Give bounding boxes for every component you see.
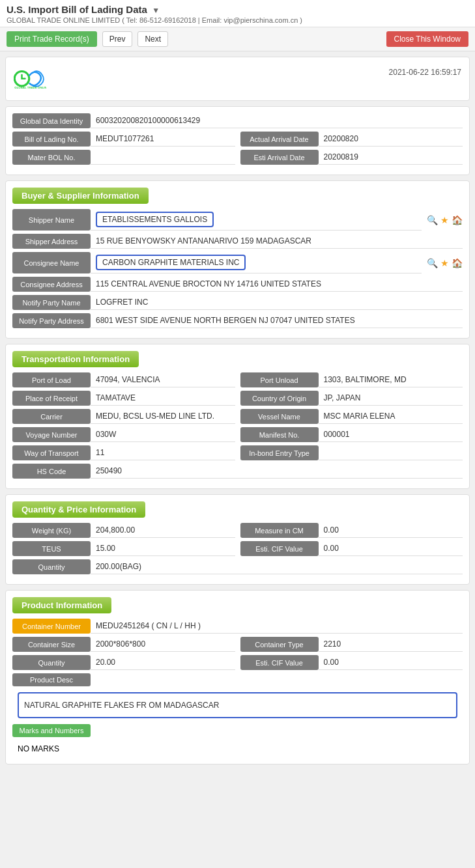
svg-text:GLOBAL TRADE ONLINE LIMITED: GLOBAL TRADE ONLINE LIMITED xyxy=(14,86,46,89)
identity-card: Global Data Identity 6003202008201000006… xyxy=(5,106,470,175)
port-load-row: Port of Load 47094, VALENCIA Port Unload… xyxy=(12,372,463,387)
inbond-half: In-bond Entry Type xyxy=(240,445,463,460)
shipper-name-highlighted: ETABLISSEMENTS GALLOIS xyxy=(96,212,214,227)
cif-value: 0.00 xyxy=(319,541,463,556)
measure-value: 0.00 xyxy=(319,523,463,538)
gto-logo-icon: GLOBAL TRADE ONLINE LIMITED xyxy=(14,63,46,95)
country-origin-value: JP, JAPAN xyxy=(319,391,463,406)
voyage-manifest-row: Voyage Number 030W Manifest No. 000001 xyxy=(12,427,463,442)
consignee-search-icon[interactable]: 🔍 xyxy=(427,258,438,268)
shipper-addr-value: 15 RUE BENYOWSKY ANTANANARIVO 159 MADAGA… xyxy=(91,234,463,249)
way-inbond-row: Way of Transport 11 In-bond Entry Type xyxy=(12,445,463,460)
cif-label: Esti. CIF Value xyxy=(240,541,319,556)
consignee-addr-value: 115 CENTRAL AVENUE BROCTON NY 14716 UNIT… xyxy=(91,277,463,292)
weight-half: Weight (KG) 204,800.00 xyxy=(12,523,235,538)
marks-value: NO MARKS xyxy=(12,740,463,757)
size-type-row: Container Size 2000*806*800 Container Ty… xyxy=(12,637,463,652)
arrival-value: 20200820 xyxy=(319,132,463,147)
shipper-star-icon[interactable]: ★ xyxy=(440,215,449,225)
marks-label: Marks and Numbers xyxy=(12,724,91,737)
master-label: Mater BOL No. xyxy=(12,150,91,165)
global-data-value: 600320200820100000613429 xyxy=(91,113,463,128)
place-receipt-label: Place of Receipt xyxy=(12,391,91,406)
marks-header-row: Marks and Numbers xyxy=(12,724,463,737)
hs-label: HS Code xyxy=(12,464,91,479)
shipper-name-value: ETABLISSEMENTS GALLOIS xyxy=(91,209,422,231)
country-origin-label: Country of Origin xyxy=(240,391,319,406)
bol-row: Bill of Lading No. MEDUT1077261 Actual A… xyxy=(12,132,463,147)
notify-name-row: Notify Party Name LOGFRET INC xyxy=(12,295,463,310)
prev-button[interactable]: Prev xyxy=(102,31,133,47)
container-size-half: Container Size 2000*806*800 xyxy=(12,637,235,652)
company-logo: GLOBAL TRADE ONLINE LIMITED xyxy=(14,63,46,95)
desc-label: Product Desc xyxy=(12,673,91,686)
consignee-addr-label: Consignee Address xyxy=(12,277,91,292)
notify-name-label: Notify Party Name xyxy=(12,295,91,310)
prod-cif-value: 0.00 xyxy=(319,655,463,670)
country-origin-half: Country of Origin JP, JAPAN xyxy=(240,391,463,406)
vessel-label: Vessel Name xyxy=(240,409,319,424)
consignee-name-row: Consignee Name CARBON GRAPHITE MATERIALS… xyxy=(12,252,463,273)
prod-qty-cif-row: Quantity 20.00 Esti. CIF Value 0.00 xyxy=(12,655,463,670)
way-label: Way of Transport xyxy=(12,445,91,460)
inbond-label: In-bond Entry Type xyxy=(240,445,319,460)
global-data-label: Global Data Identity xyxy=(12,113,91,128)
container-type-label: Container Type xyxy=(240,637,319,652)
consignee-actions: 🔍 ★ 🏠 xyxy=(422,252,463,273)
place-receipt-value: TAMATAVE xyxy=(91,391,235,406)
measure-half: Measure in CM 0.00 xyxy=(240,523,463,538)
master-half: Mater BOL No. xyxy=(12,150,235,165)
prod-qty-value: 20.00 xyxy=(91,655,235,670)
title-dropdown-icon[interactable]: ▼ xyxy=(152,6,160,15)
bol-value: MEDUT1077261 xyxy=(91,132,235,147)
page-title: U.S. Import Bill of Lading Data xyxy=(7,4,147,15)
quantity-header: Quantity & Price Information xyxy=(12,501,145,518)
teus-value: 15.00 xyxy=(91,541,235,556)
buyer-supplier-header: Buyer & Supplier Information xyxy=(12,188,149,204)
notify-addr-label: Notify Party Address xyxy=(12,313,91,328)
master-value xyxy=(91,150,235,165)
shipper-home-icon[interactable]: 🏠 xyxy=(452,215,463,225)
consignee-name-label: Consignee Name xyxy=(12,252,91,273)
product-header: Product Information xyxy=(12,597,111,613)
carrier-label: Carrier xyxy=(12,409,91,424)
voyage-value: 030W xyxy=(91,427,235,442)
consignee-star-icon[interactable]: ★ xyxy=(440,258,449,268)
way-half: Way of Transport 11 xyxy=(12,445,235,460)
print-button[interactable]: Print Trade Record(s) xyxy=(7,31,97,47)
hs-value: 250490 xyxy=(91,464,463,479)
hs-row: HS Code 250490 xyxy=(12,464,463,479)
port-unload-value: 1303, BALTIMORE, MD xyxy=(319,372,463,387)
prod-qty-half: Quantity 20.00 xyxy=(12,655,235,670)
esti-half: Esti Arrival Date 20200819 xyxy=(240,150,463,165)
teus-label: TEUS xyxy=(12,541,91,556)
shipper-actions: 🔍 ★ 🏠 xyxy=(422,209,463,231)
qty-value: 200.00(BAG) xyxy=(91,559,463,574)
manifest-value: 000001 xyxy=(319,427,463,442)
subtitle: GLOBAL TRADE ONLINE LIMITED ( Tel: 86-51… xyxy=(7,16,468,24)
next-button[interactable]: Next xyxy=(137,31,168,47)
prod-cif-half: Esti. CIF Value 0.00 xyxy=(240,655,463,670)
voyage-half: Voyage Number 030W xyxy=(12,427,235,442)
desc-row: Product Desc NATURAL GRAPHITE FLAKES FR … xyxy=(12,673,463,721)
shipper-search-icon[interactable]: 🔍 xyxy=(427,215,438,225)
port-unload-half: Port Unload 1303, BALTIMORE, MD xyxy=(240,372,463,387)
bol-label: Bill of Lading No. xyxy=(12,132,91,147)
master-row: Mater BOL No. Esti Arrival Date 20200819 xyxy=(12,150,463,165)
way-value: 11 xyxy=(91,445,235,460)
datetime: 2021-06-22 16:59:17 xyxy=(389,68,461,77)
transportation-header: Transportation Information xyxy=(12,351,139,367)
container-type-value: 2210 xyxy=(319,637,463,652)
weight-value: 204,800.00 xyxy=(91,523,235,538)
consignee-home-icon[interactable]: 🏠 xyxy=(452,258,463,268)
manifest-half: Manifest No. 000001 xyxy=(240,427,463,442)
transportation-card: Transportation Information Port of Load … xyxy=(5,344,470,489)
arrival-half: Actual Arrival Date 20200820 xyxy=(240,132,463,147)
notify-addr-value: 6801 WEST SIDE AVENUE NORTH BERGEN NJ 07… xyxy=(91,313,463,328)
manifest-label: Manifest No. xyxy=(240,427,319,442)
container-num-row: Container Number MEDU2451264 ( CN / L / … xyxy=(12,619,463,634)
close-button[interactable]: Close This Window xyxy=(386,31,468,47)
notify-addr-row: Notify Party Address 6801 WEST SIDE AVEN… xyxy=(12,313,463,328)
buyer-supplier-card: Buyer & Supplier Information Shipper Nam… xyxy=(5,180,470,339)
weight-measure-row: Weight (KG) 204,800.00 Measure in CM 0.0… xyxy=(12,523,463,538)
